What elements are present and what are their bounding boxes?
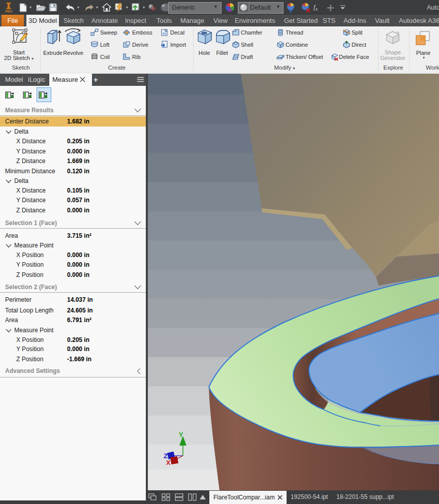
svg-text:PRO: PRO bbox=[5, 10, 12, 13]
svg-text:Y: Y bbox=[179, 431, 183, 438]
svg-text:X: X bbox=[166, 459, 171, 466]
